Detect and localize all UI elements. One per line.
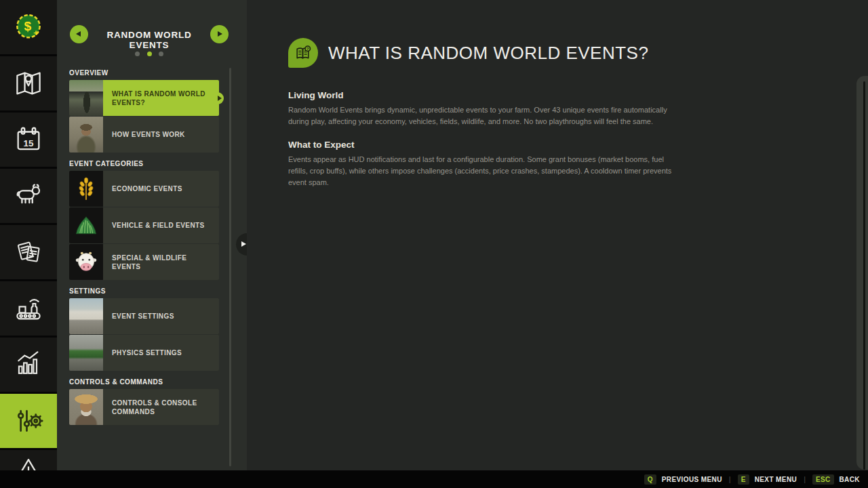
menu-item-label: HOW EVENTS WORK <box>112 130 185 139</box>
section-label-settings: SETTINGS <box>69 287 219 295</box>
machinery-thumbnail <box>69 335 103 371</box>
previous-page-button[interactable] <box>70 25 88 43</box>
sidebar-item-finances[interactable]: $ + <box>0 0 57 54</box>
content-section-what-to-expect: What to Expect Events appear as HUD noti… <box>288 140 676 188</box>
shortcut-bar: Q PREVIOUS MENU | E NEXT MENU | ESC BACK <box>0 470 868 488</box>
section-heading: What to Expect <box>288 140 676 150</box>
arrow-right-icon <box>218 31 222 37</box>
menu-item-physics-settings[interactable]: PHYSICS SETTINGS <box>69 335 219 371</box>
page-dot[interactable] <box>159 52 163 56</box>
main-menu-sidebar: $ + 15 <box>0 0 57 488</box>
svg-text:15: 15 <box>24 138 34 148</box>
svg-text:+: + <box>33 28 38 38</box>
section-heading: Living World <box>288 90 676 100</box>
wheat-icon <box>75 176 98 202</box>
sidebar-item-production[interactable] <box>0 281 57 336</box>
section-body: Random World Events brings dynamic, unpr… <box>288 104 676 127</box>
page-dot[interactable] <box>135 52 140 56</box>
content-section-living-world: Living World Random World Events brings … <box>288 90 676 127</box>
farm-scene-thumbnail <box>69 80 103 116</box>
statistics-icon <box>13 349 44 380</box>
sidebar-item-mod-settings[interactable] <box>0 394 57 448</box>
farmer-portrait-thumbnail <box>69 117 103 152</box>
shortcut-separator: | <box>729 475 731 483</box>
grass-mound-icon <box>74 214 98 237</box>
svg-text:?: ? <box>306 46 309 51</box>
animals-cow-icon <box>13 180 44 211</box>
cow-face-icon <box>74 250 98 274</box>
mod-settings-gear-icon <box>12 405 45 436</box>
shortcut-previous-menu[interactable]: PREVIOUS MENU <box>662 476 722 483</box>
building-thumbnail <box>69 298 103 334</box>
menu-item-label: EVENT SETTINGS <box>112 312 174 321</box>
section-label-event-categories: EVENT CATEGORIES <box>69 160 219 167</box>
calendar-icon: 15 <box>13 124 44 155</box>
content-scrollbar[interactable] <box>856 76 868 470</box>
map-icon <box>13 68 44 99</box>
section-label-controls-commands: CONTROLS & COMMANDS <box>69 378 219 386</box>
sidebar-item-contracts[interactable] <box>0 225 57 279</box>
next-page-button[interactable] <box>210 25 229 43</box>
menu-item-economic-events[interactable]: ECONOMIC EVENTS <box>69 171 219 207</box>
shortcut-separator: | <box>804 475 806 483</box>
page-title: WHAT IS RANDOM WORLD EVENTS? <box>328 43 648 64</box>
svg-text:$: $ <box>24 19 31 33</box>
shortcut-back[interactable]: BACK <box>840 476 861 483</box>
menu-item-event-settings[interactable]: EVENT SETTINGS <box>69 298 219 334</box>
sidebar-item-warnings[interactable] <box>0 450 57 470</box>
money-coin-icon: $ + <box>13 12 44 43</box>
mod-menu-panel: RANDOM WORLD EVENTS OVERVIEW WHAT IS RAN… <box>57 0 247 488</box>
panel-scrollbar[interactable] <box>229 68 231 466</box>
key-badge-esc[interactable]: ESC <box>812 474 833 485</box>
contracts-documents-icon <box>13 237 44 268</box>
key-badge-e[interactable]: E <box>738 474 749 485</box>
sidebar-item-map[interactable] <box>0 56 57 110</box>
menu-item-label: ECONOMIC EVENTS <box>112 184 182 193</box>
help-topics-menu: OVERVIEW WHAT IS RANDOM WORLD EVENTS? HO… <box>69 69 219 426</box>
game-menu-screen: $ + 15 <box>0 0 868 488</box>
old-farmer-thumbnail <box>69 389 103 425</box>
menu-item-vehicle-field-events[interactable]: VEHICLE & FIELD EVENTS <box>69 207 219 243</box>
help-book-icon: ? <box>288 38 318 68</box>
menu-item-label: SPECIAL & WILDLIFE EVENTS <box>112 253 215 271</box>
sidebar-item-animals[interactable] <box>0 169 57 223</box>
menu-item-how-events-work[interactable]: HOW EVENTS WORK <box>69 117 219 152</box>
warning-triangle-icon <box>13 456 44 470</box>
arrow-left-icon <box>76 31 81 37</box>
help-content-area: ? WHAT IS RANDOM WORLD EVENTS? Living Wo… <box>247 0 868 470</box>
menu-item-label: WHAT IS RANDOM WORLD EVENTS? <box>112 89 215 107</box>
menu-item-label: CONTROLS & CONSOLE COMMANDS <box>112 399 215 416</box>
menu-item-what-is-random-world-events[interactable]: WHAT IS RANDOM WORLD EVENTS? <box>69 80 219 116</box>
selected-item-notch <box>212 92 224 104</box>
production-chain-icon <box>13 293 44 324</box>
menu-item-label: PHYSICS SETTINGS <box>112 348 182 357</box>
sidebar-item-calendar[interactable]: 15 <box>0 113 57 167</box>
menu-item-special-wildlife-events[interactable]: SPECIAL & WILDLIFE EVENTS <box>69 244 219 280</box>
shortcut-next-menu[interactable]: NEXT MENU <box>755 476 797 483</box>
sidebar-item-statistics[interactable] <box>0 338 57 392</box>
arrow-right-icon <box>241 241 246 247</box>
section-body: Events appear as HUD notifications and l… <box>288 154 676 188</box>
menu-item-controls-console-commands[interactable]: CONTROLS & CONSOLE COMMANDS <box>69 389 219 425</box>
page-indicator-dots <box>57 47 241 59</box>
key-badge-q[interactable]: Q <box>644 474 656 485</box>
section-label-overview: OVERVIEW <box>69 69 219 77</box>
menu-item-label: VEHICLE & FIELD EVENTS <box>112 221 205 230</box>
page-dot-active[interactable] <box>147 52 152 56</box>
